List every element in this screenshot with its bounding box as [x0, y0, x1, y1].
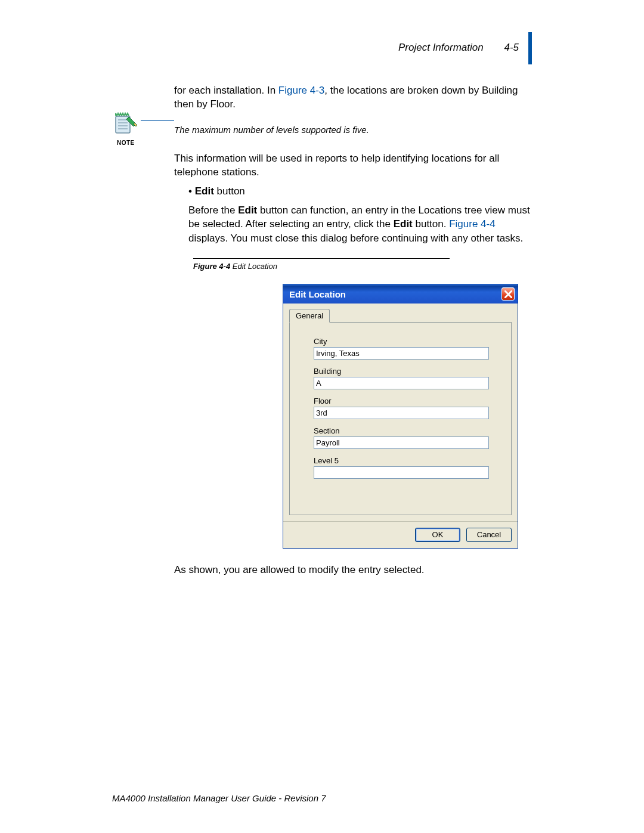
dialog-titlebar[interactable]: Edit Location: [283, 284, 518, 304]
close-button[interactable]: [501, 287, 515, 301]
figure-4-3-ref[interactable]: Figure 4-3: [278, 85, 324, 96]
section-label: Section: [314, 426, 487, 435]
header-accent-bar: [528, 32, 532, 64]
dialog-title: Edit Location: [289, 289, 346, 299]
building-input[interactable]: [314, 377, 489, 389]
tab-strip: General: [289, 308, 512, 323]
close-icon: [504, 290, 512, 298]
note-block: NOTE: [112, 112, 166, 146]
tab-panel-general: City Building Floor Section Level 5: [289, 323, 512, 515]
figure-rule: [193, 258, 450, 259]
floor-input[interactable]: [314, 407, 489, 419]
paragraph-2: This information will be used in reports…: [174, 151, 532, 179]
level5-label: Level 5: [314, 456, 487, 465]
tab-general[interactable]: General: [289, 309, 330, 323]
ok-button[interactable]: OK: [415, 528, 460, 542]
note-connector-line: [141, 120, 174, 121]
section-input[interactable]: [314, 436, 489, 449]
note-label: NOTE: [117, 140, 166, 146]
edit-location-dialog: Edit Location General City Building: [283, 284, 518, 549]
closing-paragraph: As shown, you are allowed to modify the …: [174, 564, 532, 576]
intro-paragraph: for each installation. In Figure 4-3, th…: [174, 83, 532, 112]
header-page-number: 4-5: [504, 42, 519, 53]
page-header: Project Information 4-5: [398, 42, 519, 54]
edit-description: Before the Edit button can function, an …: [188, 203, 532, 245]
header-section: Project Information: [398, 42, 484, 53]
edit-bullet: Edit button: [188, 185, 532, 197]
floor-label: Floor: [314, 397, 487, 405]
figure-4-4-ref[interactable]: Figure 4-4: [449, 218, 495, 230]
cancel-button[interactable]: Cancel: [466, 528, 512, 542]
figure-caption: Figure 4-4 Edit Location: [193, 262, 532, 271]
city-label: City: [314, 337, 487, 346]
building-label: Building: [314, 367, 487, 376]
city-input[interactable]: [314, 347, 489, 360]
note-text: The maximum number of levels supported i…: [174, 125, 532, 135]
dialog-button-row: OK Cancel: [283, 521, 518, 548]
page-footer: MA4000 Installation Manager User Guide -…: [112, 793, 326, 803]
notepad-icon: [112, 112, 138, 138]
level5-input[interactable]: [314, 466, 489, 479]
